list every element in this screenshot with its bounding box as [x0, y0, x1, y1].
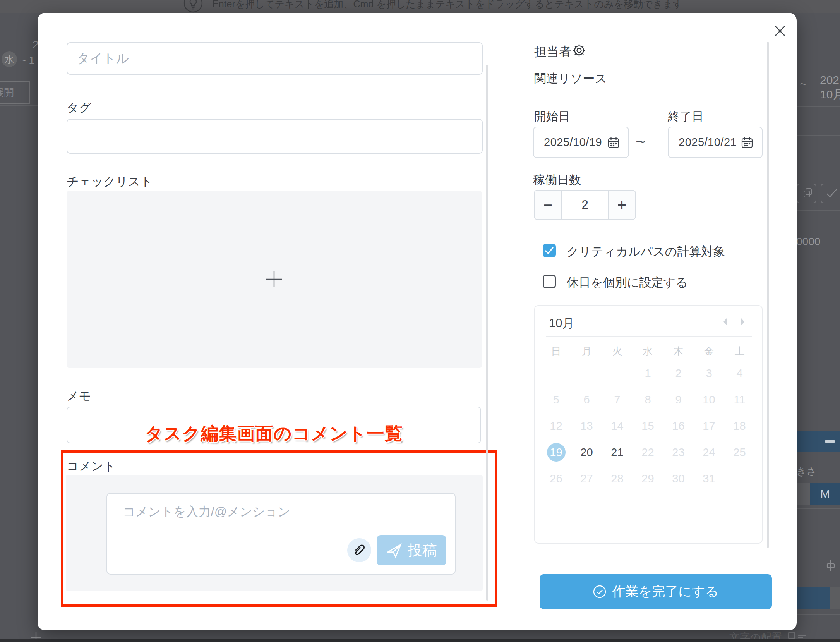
- calendar-day[interactable]: 31: [694, 465, 724, 492]
- minus-icon: [825, 440, 835, 443]
- calendar-day: [602, 360, 633, 386]
- bg-divider: [796, 252, 840, 252]
- calendar-day[interactable]: 28: [602, 465, 633, 492]
- calendar-grid: 1234567891011121314151617181920212223242…: [541, 360, 755, 492]
- calendar-day[interactable]: 9: [663, 386, 694, 413]
- calendar-day[interactable]: 17: [694, 413, 724, 439]
- calendar-day[interactable]: 22: [633, 439, 663, 465]
- decrement-button[interactable]: −: [535, 191, 562, 219]
- mini-calendar: 10月 日月火水木金土 1234567891011121314151617181…: [534, 305, 763, 544]
- working-days-stepper: − 2 +: [534, 190, 636, 220]
- complete-task-button[interactable]: 作業を完了にする: [540, 574, 772, 609]
- calendar-day[interactable]: 19: [541, 439, 571, 465]
- left-panel-scrollbar[interactable]: [486, 65, 488, 601]
- calendar-weekday: 木: [663, 343, 694, 360]
- bg-divider: [796, 135, 840, 136]
- bg-selected-bar: [796, 587, 830, 609]
- calendar-icon: [741, 136, 753, 149]
- memo-label: メモ: [67, 388, 91, 404]
- calendar-day[interactable]: 2: [663, 360, 694, 386]
- calendar-day[interactable]: 18: [724, 413, 755, 439]
- calendar-month-label: 10月: [549, 315, 574, 331]
- assignee-label: 担当者: [534, 43, 571, 60]
- calendar-day[interactable]: 20: [571, 439, 602, 465]
- checklist-panel: [67, 191, 482, 368]
- calendar-day[interactable]: 29: [633, 465, 663, 492]
- bg-tilde: ~: [800, 77, 807, 91]
- calendar-day[interactable]: 12: [541, 413, 571, 439]
- calendar-day[interactable]: 27: [571, 465, 602, 492]
- chevron-right-icon: [739, 318, 746, 326]
- calendar-day[interactable]: 13: [571, 413, 602, 439]
- gear-icon: [573, 44, 586, 57]
- increment-button[interactable]: +: [608, 191, 635, 219]
- bg-zeros-fragment: 0000: [796, 235, 820, 248]
- bg-check-button: [821, 184, 840, 203]
- critical-path-checkbox[interactable]: [543, 244, 556, 257]
- bg-expand-label: 展開: [0, 86, 14, 100]
- calendar-day[interactable]: 30: [663, 465, 694, 492]
- footer-divider: [513, 551, 796, 551]
- bg-divider: [796, 580, 840, 580]
- start-date-label: 開始日: [534, 108, 570, 125]
- calendar-day: [571, 360, 602, 386]
- calendar-day[interactable]: 15: [633, 413, 663, 439]
- calendar-next-button[interactable]: [739, 318, 746, 328]
- start-date-input[interactable]: 2025/10/19: [533, 127, 629, 158]
- calendar-day[interactable]: 1: [633, 360, 663, 386]
- close-button[interactable]: [773, 24, 787, 39]
- tip-bar: Enterを押してテキストを追加、Cmd を押したままテキストをドラッグするとテ…: [0, 0, 840, 13]
- calendar-day[interactable]: 24: [694, 439, 724, 465]
- title-input[interactable]: タイトル: [67, 42, 483, 75]
- tag-label: タグ: [67, 100, 91, 116]
- calendar-icon: [607, 136, 620, 149]
- bg-year: 2025: [820, 74, 840, 87]
- bg-divider: [0, 105, 38, 106]
- calendar-day[interactable]: 6: [571, 386, 602, 413]
- calendar-day[interactable]: 21: [602, 439, 633, 465]
- bg-divider: [796, 398, 840, 398]
- tag-input[interactable]: [67, 119, 483, 154]
- end-date-input[interactable]: 2025/10/21: [668, 127, 763, 158]
- calendar-day[interactable]: 10: [694, 386, 724, 413]
- working-days-label: 稼働日数: [533, 172, 581, 188]
- calendar-day[interactable]: 14: [602, 413, 633, 439]
- calendar-day[interactable]: 4: [724, 360, 755, 386]
- bg-selected-bar: [796, 431, 840, 452]
- calendar-day[interactable]: 16: [663, 413, 694, 439]
- calendar-day[interactable]: 7: [602, 386, 633, 413]
- working-days-value[interactable]: 2: [562, 191, 608, 219]
- date-range-separator: ~: [636, 132, 646, 151]
- calendar-weekday: 水: [633, 343, 663, 360]
- add-checklist-item-icon[interactable]: [265, 270, 283, 290]
- calendar-day[interactable]: 3: [694, 360, 724, 386]
- annotation-highlight-box: [61, 450, 497, 607]
- related-resources-label: 関連リソース: [534, 70, 607, 87]
- calendar-day[interactable]: 25: [724, 439, 755, 465]
- calendar-day[interactable]: 5: [541, 386, 571, 413]
- panel-divider: [513, 13, 513, 630]
- individual-holiday-checkbox[interactable]: [543, 275, 556, 288]
- critical-path-label: クリティカルパスの計算対象: [567, 244, 725, 260]
- bg-divider: [796, 210, 840, 211]
- calendar-prev-button[interactable]: [722, 318, 729, 328]
- bg-range-fragment: ~ 1: [20, 54, 34, 66]
- bg-divider: [796, 106, 840, 107]
- calendar-day[interactable]: 8: [633, 386, 663, 413]
- title-placeholder: タイトル: [77, 50, 129, 67]
- calendar-weekday: 土: [724, 343, 755, 360]
- calendar-weekday: 金: [694, 343, 724, 360]
- calendar-day[interactable]: 23: [663, 439, 694, 465]
- assignee-settings-button[interactable]: [573, 44, 586, 58]
- calendar-weekday-row: 日月火水木金土: [541, 343, 755, 360]
- calendar-day[interactable]: 26: [541, 465, 571, 492]
- calendar-day: [724, 465, 755, 492]
- bg-size-fragment: きさ: [796, 465, 817, 478]
- bg-gray-box: [796, 483, 810, 505]
- right-panel-scrollbar[interactable]: [767, 42, 769, 548]
- bg-pin-icon: [826, 560, 836, 573]
- calendar-day[interactable]: 11: [724, 386, 755, 413]
- calendar-divider: [546, 336, 752, 337]
- copy-icon: [803, 188, 814, 199]
- checklist-label: チェックリスト: [67, 173, 153, 190]
